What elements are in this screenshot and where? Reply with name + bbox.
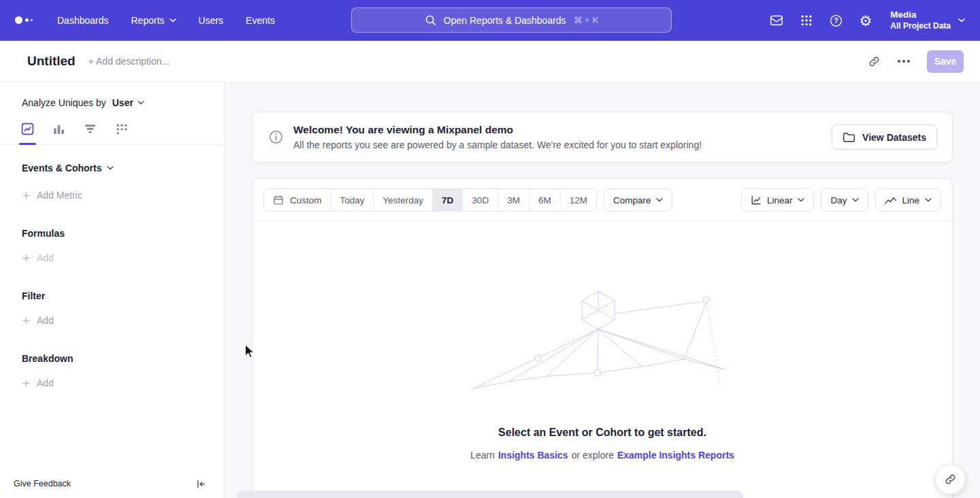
search-shortcut: ⌘ + K: [574, 15, 599, 25]
chevron-down-icon: [107, 166, 114, 170]
project-name: Media: [890, 9, 951, 21]
nav-events[interactable]: Events: [246, 15, 275, 26]
chart-controls: Custom Today Yesterday 7D 30D 3M 6M 12M …: [252, 179, 952, 221]
custom-date-button[interactable]: Custom: [264, 189, 331, 211]
banner-title: Welcome! You are viewing a Mixpanel demo: [293, 124, 702, 136]
chevron-down-icon: [958, 18, 965, 22]
view-datasets-button[interactable]: View Datasets: [832, 124, 937, 150]
add-metric-button[interactable]: Add Metric: [22, 190, 82, 201]
add-label: Add: [37, 378, 54, 388]
line-chart-icon: [885, 196, 896, 205]
add-metric-label: Add Metric: [37, 190, 82, 201]
nav-users[interactable]: Users: [199, 15, 224, 26]
give-feedback-link[interactable]: Give Feedback: [14, 479, 71, 488]
formulas-label: Formulas: [22, 228, 65, 239]
nav-label: Reports: [131, 15, 165, 26]
more-options-button[interactable]: [893, 50, 915, 72]
chart-empty-state: Select an Event or Cohort to get started…: [252, 221, 952, 461]
global-search[interactable]: Open Reports & Dashboards ⌘ + K: [351, 7, 672, 33]
date-range-option[interactable]: 6M: [529, 189, 560, 211]
scale-select[interactable]: Linear: [741, 188, 815, 212]
chevron-down-icon: [852, 198, 859, 202]
primary-nav: Dashboards Reports Users Events: [57, 15, 275, 26]
report-canvas: Welcome! You are viewing a Mixpanel demo…: [225, 82, 980, 498]
project-switcher[interactable]: Media All Project Data: [890, 9, 965, 31]
gear-icon: ⚙: [859, 14, 872, 28]
calendar-icon: [273, 195, 284, 205]
plus-icon: [22, 254, 30, 262]
events-cohorts-header[interactable]: Events & Cohorts: [22, 163, 114, 173]
info-icon: [269, 130, 283, 144]
nav-label: Dashboards: [57, 15, 109, 26]
logo-dot: [31, 19, 33, 21]
date-range-option[interactable]: 12M: [560, 189, 596, 211]
logo-dot: [25, 18, 29, 22]
visualization-tabs: [0, 122, 224, 145]
top-nav: Dashboards Reports Users Events Open Rep…: [0, 0, 980, 41]
nav-right-cluster: ? ⚙ Media All Project Data: [769, 0, 965, 41]
chevron-down-icon: [925, 198, 932, 202]
chart-type-label: Line: [902, 195, 919, 205]
plus-icon: [22, 192, 30, 199]
viz-tab-bar-chart[interactable]: [52, 122, 65, 144]
granularity-select[interactable]: Day: [821, 188, 868, 212]
viz-tab-scatter-chart[interactable]: [115, 122, 128, 144]
add-breakdown-button[interactable]: Add: [22, 378, 54, 388]
report-header: Untitled + Add description... Save: [0, 41, 980, 82]
analyze-by-dropdown[interactable]: User: [112, 97, 144, 108]
settings-button[interactable]: ⚙: [859, 14, 872, 28]
breakdown-heading: Breakdown: [22, 353, 224, 364]
example-insights-reports-link[interactable]: Example Insights Reports: [617, 450, 734, 461]
add-description-button[interactable]: + Add description...: [88, 56, 169, 67]
add-filter-button[interactable]: Add: [22, 315, 54, 326]
nav-label: Users: [199, 15, 224, 26]
empty-state-text: or explore: [572, 450, 614, 461]
breakdown-label: Breakdown: [22, 353, 73, 364]
date-range-group: Custom Today Yesterday 7D 30D 3M 6M 12M: [263, 188, 597, 212]
date-range-option-selected[interactable]: 7D: [432, 189, 462, 211]
search-icon: [425, 14, 436, 26]
copy-link-button[interactable]: [863, 50, 885, 72]
collapse-left-icon: [196, 479, 206, 489]
custom-date-label: Custom: [290, 195, 322, 205]
report-title[interactable]: Untitled: [27, 54, 76, 69]
viz-tab-line-chart[interactable]: [21, 122, 34, 144]
chevron-down-icon: [169, 18, 176, 22]
chevron-down-icon: [656, 198, 663, 202]
nav-reports[interactable]: Reports: [131, 15, 176, 26]
add-label: Add: [37, 252, 54, 263]
empty-state-text: Learn: [470, 450, 495, 461]
mixpanel-logo[interactable]: [15, 14, 34, 27]
filter-heading: Filter: [22, 290, 224, 301]
help-button[interactable]: ?: [829, 14, 843, 28]
empty-state-subtitle: Learn Insights Basics or explore Example…: [470, 450, 734, 461]
scale-label: Linear: [767, 195, 793, 205]
logo-dot: [15, 16, 22, 24]
messages-button[interactable]: [769, 13, 784, 28]
share-link-fab[interactable]: [935, 464, 966, 495]
date-range-option[interactable]: Today: [331, 189, 374, 211]
compare-button[interactable]: Compare: [604, 188, 673, 212]
granularity-label: Day: [830, 195, 847, 205]
add-formula-button[interactable]: Add: [22, 252, 54, 263]
plus-icon: [22, 317, 30, 325]
empty-state-title: Select an Event or Cohort to get started…: [498, 427, 706, 439]
insights-basics-link[interactable]: Insights Basics: [498, 450, 568, 461]
bottom-panel-edge: [237, 491, 743, 498]
ellipsis-icon: [898, 60, 910, 63]
date-range-option[interactable]: 30D: [462, 189, 497, 211]
date-range-option[interactable]: 3M: [497, 189, 529, 211]
apps-grid-button[interactable]: [800, 14, 813, 27]
viz-tab-funnel-chart[interactable]: [84, 122, 97, 144]
help-icon: ?: [829, 14, 843, 28]
collapse-sidebar-button[interactable]: [196, 479, 206, 489]
project-subtitle: All Project Data: [890, 21, 951, 32]
welcome-banner: Welcome! You are viewing a Mixpanel demo…: [252, 112, 953, 163]
insights-chart-card: Custom Today Yesterday 7D 30D 3M 6M 12M …: [252, 178, 953, 498]
line-chart-square-icon: [21, 122, 34, 135]
save-button[interactable]: Save: [927, 50, 964, 73]
bar-chart-icon: [52, 122, 65, 135]
chart-type-select[interactable]: Line: [875, 188, 941, 212]
nav-dashboards[interactable]: Dashboards: [57, 15, 109, 26]
date-range-option[interactable]: Yesterday: [374, 189, 433, 211]
